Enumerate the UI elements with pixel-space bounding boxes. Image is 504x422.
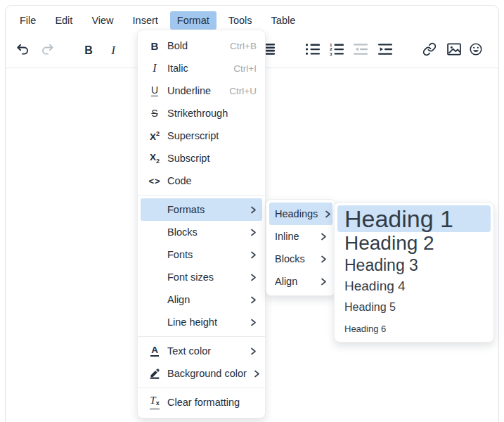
image-button[interactable] xyxy=(444,40,465,61)
bold-button[interactable]: B xyxy=(78,40,99,61)
link-button[interactable] xyxy=(419,40,440,61)
menu-divider xyxy=(138,336,265,337)
menu-item-line-height[interactable]: Line height xyxy=(141,311,262,333)
menu-edit[interactable]: Edit xyxy=(48,11,79,30)
format-menu-panel: B Bold Ctrl+B I Italic Ctrl+I U Underlin… xyxy=(137,30,266,418)
redo-icon xyxy=(41,42,55,59)
italic-button[interactable]: I xyxy=(103,40,124,61)
menu-item-strikethrough[interactable]: S Strikethrough xyxy=(141,102,262,124)
menu-format[interactable]: Format xyxy=(170,11,217,30)
menu-item-blocks[interactable]: Blocks xyxy=(141,221,262,243)
clear-formatting-icon: Tx xyxy=(146,395,163,409)
menu-item-italic[interactable]: I Italic Ctrl+I xyxy=(141,57,262,79)
menu-table[interactable]: Table xyxy=(264,11,303,30)
chevron-right-icon xyxy=(250,229,257,236)
menu-item-align[interactable]: Align xyxy=(141,288,262,311)
undo-icon xyxy=(15,42,30,59)
chevron-right-icon xyxy=(321,278,327,286)
outdent-icon xyxy=(354,43,368,58)
bold-icon: B xyxy=(146,40,163,52)
underline-icon: U xyxy=(146,85,163,96)
code-icon: <> xyxy=(146,176,163,186)
menu-divider xyxy=(138,195,265,196)
menu-divider xyxy=(138,388,265,388)
redo-button[interactable] xyxy=(37,40,58,61)
ordered-list-button[interactable]: 123 xyxy=(326,40,347,61)
subscript-icon: X2 xyxy=(146,152,163,165)
chevron-right-icon xyxy=(250,347,257,355)
menu-item-heading-3[interactable]: Heading 3 xyxy=(337,255,491,276)
indent-icon xyxy=(378,43,392,58)
menu-item-bold[interactable]: B Bold Ctrl+B xyxy=(141,34,262,57)
menu-item-font-sizes[interactable]: Font sizes xyxy=(141,266,262,288)
menu-item-heading-2[interactable]: Heading 2 xyxy=(337,232,491,255)
strikethrough-icon: S xyxy=(146,108,163,119)
menu-item-code[interactable]: <> Code xyxy=(141,170,262,192)
unordered-list-icon xyxy=(306,43,320,58)
submenu-item-inline[interactable]: Inline xyxy=(269,225,332,248)
menu-item-heading-5[interactable]: Heading 5 xyxy=(337,296,491,318)
text-color-icon: A xyxy=(146,345,163,357)
chevron-right-icon xyxy=(250,274,257,281)
shortcut-label: Ctrl+I xyxy=(233,63,257,74)
menu-item-heading-4[interactable]: Heading 4 xyxy=(337,276,491,296)
superscript-icon: X2 xyxy=(146,130,163,142)
outdent-button[interactable] xyxy=(350,40,371,61)
bold-icon: B xyxy=(84,44,93,57)
chevron-right-icon xyxy=(325,210,331,218)
shortcut-label: Ctrl+B xyxy=(230,41,257,51)
menu-item-formats[interactable]: Formats xyxy=(141,198,262,221)
emoji-button[interactable] xyxy=(465,40,486,61)
editor-window: File Edit View Insert Format Tools Table… xyxy=(0,0,504,422)
submenu-item-headings[interactable]: Headings xyxy=(269,203,332,225)
menu-item-subscript[interactable]: X2 Subscript xyxy=(141,147,262,170)
menu-item-heading-6[interactable]: Heading 6 xyxy=(337,318,491,339)
shortcut-label: Ctrl+U xyxy=(229,86,257,96)
menu-view[interactable]: View xyxy=(84,11,120,30)
italic-icon: I xyxy=(111,44,115,58)
menu-item-fonts[interactable]: Fonts xyxy=(141,243,262,266)
submenu-item-align[interactable]: Align xyxy=(269,270,332,293)
menu-tools[interactable]: Tools xyxy=(221,11,259,30)
unordered-list-button[interactable] xyxy=(302,40,323,61)
background-color-icon xyxy=(146,368,163,379)
link-icon xyxy=(422,42,437,59)
ordered-list-icon: 123 xyxy=(330,43,344,58)
chevron-right-icon xyxy=(250,296,257,304)
chevron-right-icon xyxy=(321,233,327,241)
headings-submenu-panel: Heading 1 Heading 2 Heading 3 Heading 4 … xyxy=(334,202,494,343)
menu-insert[interactable]: Insert xyxy=(126,11,165,30)
image-icon xyxy=(447,43,461,58)
chevron-right-icon xyxy=(250,251,257,259)
italic-icon: I xyxy=(146,62,163,75)
menu-item-text-color[interactable]: A Text color xyxy=(141,340,262,362)
submenu-item-blocks[interactable]: Blocks xyxy=(269,248,332,270)
menu-item-superscript[interactable]: X2 Superscript xyxy=(141,124,262,147)
menu-item-underline[interactable]: U Underline Ctrl+U xyxy=(141,79,262,102)
chevron-right-icon xyxy=(250,206,257,214)
menu-file[interactable]: File xyxy=(13,11,43,30)
menu-item-heading-1[interactable]: Heading 1 xyxy=(337,205,491,232)
svg-text:3: 3 xyxy=(330,51,332,56)
chevron-right-icon xyxy=(321,255,327,263)
emoji-icon xyxy=(469,42,483,59)
chevron-right-icon xyxy=(254,370,260,378)
menu-item-background-color[interactable]: Background color xyxy=(141,362,262,385)
menu-item-clear-formatting[interactable]: Tx Clear formatting xyxy=(141,391,262,414)
indent-button[interactable] xyxy=(375,40,396,61)
chevron-right-icon xyxy=(250,319,257,326)
formats-submenu-panel: Headings Inline Blocks Align xyxy=(266,199,336,296)
undo-button[interactable] xyxy=(12,40,33,61)
